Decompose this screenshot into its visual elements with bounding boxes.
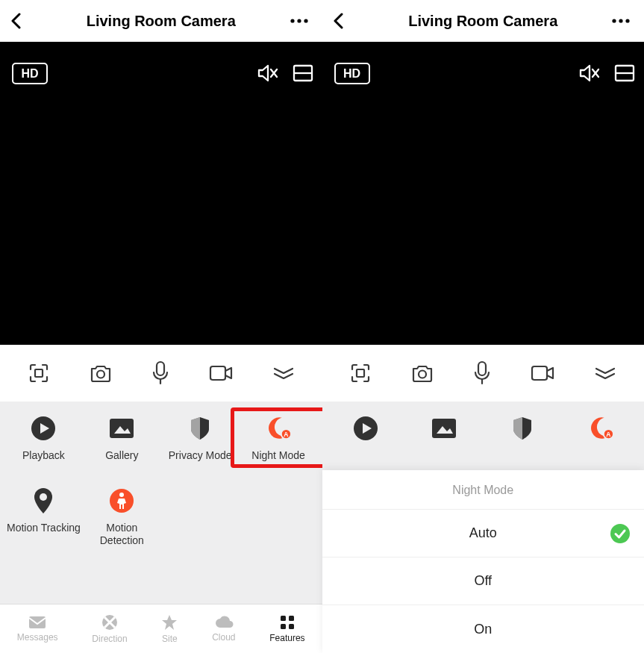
star-icon <box>161 614 178 631</box>
snapshot-button[interactable] <box>89 363 113 384</box>
video-camera-icon <box>208 363 234 383</box>
svg-point-8 <box>97 371 104 378</box>
cloud-icon <box>214 616 234 629</box>
header: Living Room Camera <box>322 0 645 42</box>
svg-point-38 <box>419 371 426 378</box>
feature-gallery[interactable]: Gallery <box>83 415 161 462</box>
option-auto[interactable]: Auto <box>322 510 645 557</box>
fullscreen-button[interactable] <box>27 361 51 385</box>
features-panel: A Night Mode Auto Off On <box>322 402 645 653</box>
svg-rect-28 <box>281 624 286 629</box>
nav-direction[interactable]: Direction <box>92 614 127 644</box>
back-button[interactable] <box>10 13 33 29</box>
screen-features: Living Room Camera HD <box>0 0 322 653</box>
chevrons-down-icon <box>593 366 617 380</box>
option-off[interactable]: Off <box>322 557 645 605</box>
quick-bar <box>322 345 645 402</box>
split-view-icon <box>293 64 313 82</box>
video-feed[interactable]: HD <box>0 42 322 345</box>
back-button[interactable] <box>333 13 355 29</box>
screen-night-mode-sheet: Living Room Camera HD <box>322 0 645 653</box>
svg-rect-7 <box>35 369 43 377</box>
quality-badge[interactable]: HD <box>334 63 370 84</box>
option-label: Auto <box>469 525 497 541</box>
feature-gallery[interactable] <box>404 415 483 442</box>
checkmark-icon <box>610 523 631 544</box>
layout-button[interactable] <box>293 64 313 82</box>
nav-features[interactable]: Features <box>269 615 304 643</box>
feature-privacy[interactable] <box>483 415 561 442</box>
quality-badge[interactable]: HD <box>12 63 48 84</box>
nav-messages[interactable]: Messages <box>17 616 58 643</box>
nav-cloud[interactable]: Cloud <box>212 616 235 643</box>
quick-bar <box>0 345 322 402</box>
svg-rect-37 <box>357 369 364 377</box>
chevrons-down-icon <box>272 366 296 380</box>
header: Living Room Camera <box>0 0 322 42</box>
more-button[interactable] <box>611 18 634 24</box>
collapse-button[interactable] <box>593 366 617 380</box>
night-mode-icon: A <box>265 416 292 441</box>
privacy-icon <box>190 416 210 441</box>
camera-icon <box>410 363 434 384</box>
svg-point-2 <box>304 19 307 22</box>
gallery-icon <box>108 417 135 440</box>
collapse-button[interactable] <box>272 366 296 380</box>
microphone-icon <box>151 360 170 386</box>
microphone-icon <box>472 360 492 386</box>
page-title: Living Room Camera <box>355 13 612 30</box>
split-view-icon <box>614 64 635 82</box>
svg-rect-26 <box>281 616 286 621</box>
feature-label: Playback <box>22 449 65 462</box>
svg-point-0 <box>290 19 294 22</box>
page-title: Living Room Camera <box>33 13 290 30</box>
feature-motion-tracking[interactable]: Motion Tracking <box>4 487 83 547</box>
more-button[interactable] <box>290 18 312 24</box>
video-camera-icon <box>530 363 555 383</box>
option-label: Off <box>474 573 492 589</box>
feature-playback[interactable] <box>327 415 405 442</box>
svg-point-32 <box>625 19 629 22</box>
feature-night-mode[interactable]: A <box>561 415 640 442</box>
fullscreen-button[interactable] <box>348 361 372 385</box>
feature-playback[interactable]: Playback <box>4 415 83 462</box>
volume-mute-icon <box>257 63 279 84</box>
chevron-left-icon <box>333 13 345 29</box>
mute-button[interactable] <box>578 63 601 84</box>
record-button[interactable] <box>208 363 234 383</box>
record-button[interactable] <box>530 363 555 383</box>
feature-privacy[interactable]: Privacy Mode <box>161 415 240 462</box>
camera-icon <box>89 363 113 384</box>
pin-icon <box>32 487 54 515</box>
snapshot-button[interactable] <box>410 363 434 384</box>
motion-icon <box>108 487 135 514</box>
svg-rect-11 <box>210 366 225 380</box>
bottom-nav: Messages Direction Site Cloud Features <box>0 604 322 653</box>
layout-button[interactable] <box>614 64 635 82</box>
svg-text:A: A <box>606 431 610 438</box>
svg-point-20 <box>119 493 124 497</box>
talk-button[interactable] <box>151 360 170 386</box>
mute-button[interactable] <box>257 63 279 84</box>
compass-icon <box>101 614 118 631</box>
playback-icon <box>30 415 57 442</box>
option-on[interactable]: On <box>322 605 645 653</box>
svg-rect-41 <box>532 366 547 380</box>
feature-label: Gallery <box>105 449 138 462</box>
talk-button[interactable] <box>472 360 492 386</box>
volume-mute-icon <box>578 63 601 84</box>
nav-label: Features <box>269 633 304 643</box>
night-mode-icon: A <box>587 416 614 441</box>
svg-point-48 <box>610 524 630 543</box>
video-feed[interactable]: HD <box>322 42 645 345</box>
nav-label: Site <box>162 634 178 644</box>
svg-point-1 <box>297 19 301 22</box>
feature-label: Privacy Mode <box>169 449 232 462</box>
svg-point-18 <box>40 493 47 501</box>
chevron-left-icon <box>10 13 22 29</box>
nav-site[interactable]: Site <box>161 614 178 644</box>
playback-icon <box>352 415 379 442</box>
feature-night-mode[interactable]: A Night Mode <box>240 415 318 462</box>
feature-label: Motion Detection <box>83 522 161 547</box>
feature-motion-detection[interactable]: Motion Detection <box>83 487 161 547</box>
